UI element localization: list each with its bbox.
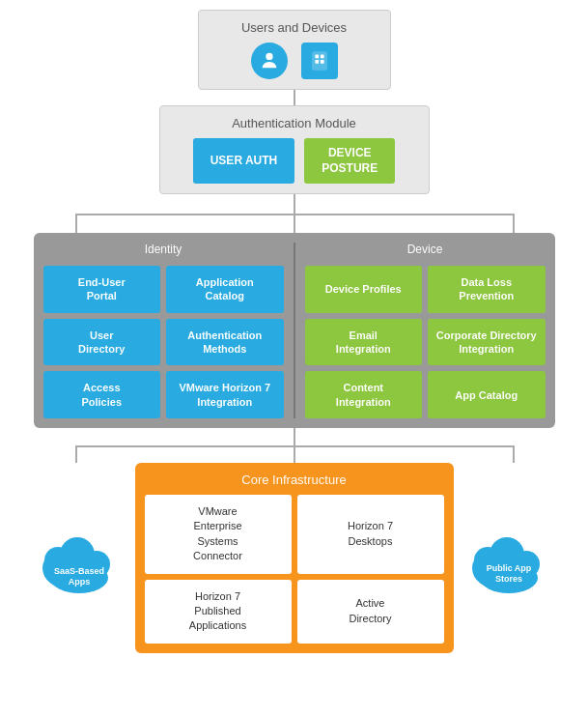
- core-grid: VMwareEnterpriseSystemsConnector Horizon…: [145, 495, 444, 644]
- user-auth-button[interactable]: USER AUTH: [193, 138, 295, 184]
- public-app-cloud-wrapper: Public App Stores: [470, 520, 547, 595]
- saas-cloud-icon: SaaS-Based Apps: [41, 528, 118, 595]
- svg-rect-5: [320, 60, 323, 64]
- identity-section: Identity End-UserPortal ApplicationCatal…: [43, 243, 284, 418]
- content-integration-cell: ContentIntegration: [305, 371, 423, 418]
- svg-text:Stores: Stores: [495, 574, 522, 584]
- device-section: Device Device Profiles Data LossPreventi…: [305, 243, 546, 418]
- bottom-spread-connector: [34, 428, 555, 463]
- svg-text:Public App: Public App: [487, 563, 532, 573]
- user-directory-cell: UserDirectory: [43, 319, 161, 366]
- identity-grid: End-UserPortal ApplicationCatalog UserDi…: [43, 266, 284, 418]
- horizon7-published-cell: Horizon 7PublishedApplications: [145, 580, 292, 644]
- device-profiles-cell: Device Profiles: [305, 266, 423, 313]
- auth-buttons-row: USER AUTH DEVICEPOSTURE: [176, 138, 413, 184]
- svg-rect-2: [315, 55, 319, 59]
- device-grid: Device Profiles Data LossPrevention Emai…: [305, 266, 546, 418]
- public-app-cloud-box: Public App Stores: [463, 520, 555, 595]
- device-posture-button[interactable]: DEVICEPOSTURE: [304, 138, 395, 184]
- svg-rect-4: [315, 60, 319, 64]
- bottom-content-row: SaaS-Based Apps Core Infrastructure VMwa…: [34, 463, 555, 653]
- saas-cloud-wrapper: SaaS-Based Apps: [41, 520, 118, 595]
- application-catalog-cell: ApplicationCatalog: [166, 266, 284, 313]
- main-sections-box: Identity End-UserPortal ApplicationCatal…: [34, 233, 555, 428]
- spread-connector: [34, 194, 555, 233]
- vmware-horizon-7-cell: VMware Horizon 7Integration: [166, 371, 284, 418]
- auth-module-label: Authentication Module: [176, 116, 413, 130]
- authentication-methods-cell: AuthenticationMethods: [166, 319, 284, 366]
- users-devices-label: Users and Devices: [218, 20, 371, 35]
- svg-rect-3: [320, 55, 323, 59]
- end-user-portal-cell: End-UserPortal: [43, 266, 161, 313]
- identity-label: Identity: [43, 243, 284, 256]
- core-infra-box: Core Infrastructure VMwareEnterpriseSyst…: [135, 463, 454, 653]
- person-icon: [251, 43, 288, 79]
- auth-module-box: Authentication Module USER AUTH DEVICEPO…: [159, 105, 430, 194]
- public-app-cloud-icon: Public App Stores: [470, 528, 547, 595]
- corporate-directory-cell: Corporate DirectoryIntegration: [428, 319, 546, 366]
- section-divider: [294, 243, 295, 418]
- core-infra-label: Core Infrastructure: [145, 473, 444, 487]
- horizon7-desktops-cell: Horizon 7Desktops: [297, 495, 444, 574]
- data-loss-prevention-cell: Data LossPrevention: [428, 266, 546, 313]
- saas-cloud-box: SaaS-Based Apps: [34, 520, 126, 595]
- svg-rect-1: [312, 52, 326, 70]
- app-catalog-cell: App Catalog: [428, 371, 546, 418]
- icons-row: [218, 43, 371, 79]
- svg-text:Apps: Apps: [69, 577, 91, 587]
- users-devices-box: Users and Devices: [198, 10, 391, 90]
- access-policies-cell: AccessPolicies: [43, 371, 161, 418]
- device-icon: [301, 43, 338, 79]
- vmware-enterprise-cell: VMwareEnterpriseSystemsConnector: [145, 495, 292, 574]
- active-directory-cell: ActiveDirectory: [297, 580, 444, 644]
- device-label: Device: [305, 243, 546, 256]
- svg-point-0: [266, 53, 272, 60]
- connector-v1: [294, 90, 295, 105]
- svg-text:SaaS-Based: SaaS-Based: [54, 566, 104, 576]
- email-integration-cell: EmailIntegration: [305, 319, 423, 366]
